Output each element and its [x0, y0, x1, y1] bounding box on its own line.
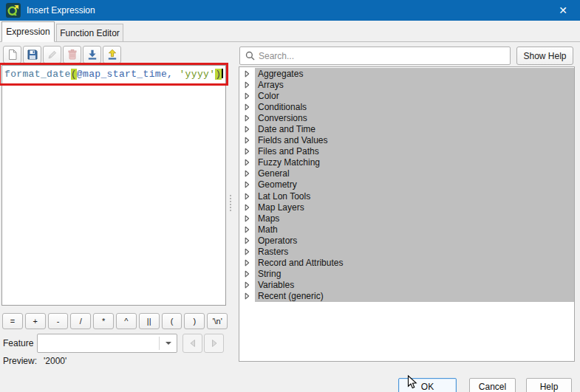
function-group-row[interactable]: Variables — [239, 280, 574, 291]
expression-token: , — [167, 69, 179, 80]
preview-label: Preview: — [3, 356, 37, 366]
function-group-row[interactable]: Files and Paths — [239, 146, 574, 157]
function-group-label: Files and Paths — [255, 146, 574, 157]
expression-editor[interactable]: format_date(@map_start_time, 'yyyy') — [1, 65, 226, 306]
function-group-row[interactable]: Fields and Values — [239, 135, 574, 146]
expand-arrow-icon[interactable] — [239, 258, 255, 269]
function-group-label: Date and Time — [255, 123, 574, 134]
function-group-label: Maps — [255, 213, 574, 224]
function-group-row[interactable]: Maps — [239, 213, 574, 224]
function-group-row[interactable]: Operators — [239, 235, 574, 246]
expand-arrow-icon[interactable] — [239, 190, 255, 202]
function-group-row[interactable]: String — [239, 269, 574, 280]
expression-toolbar — [3, 46, 121, 63]
function-group-row[interactable]: Aggregates — [239, 68, 574, 79]
tab-function-editor[interactable]: Function Editor — [56, 24, 123, 41]
operator-button[interactable]: + — [25, 313, 46, 329]
import-expression-button[interactable] — [83, 46, 101, 63]
expand-arrow-icon[interactable] — [239, 202, 255, 213]
cancel-button[interactable]: Cancel — [469, 378, 516, 392]
function-group-row[interactable]: Fuzzy Matching — [239, 157, 574, 168]
expand-arrow-icon[interactable] — [239, 101, 255, 112]
function-group-row[interactable]: Record and Attributes — [239, 258, 574, 269]
titlebar: Insert Expression ✕ — [0, 0, 580, 21]
operator-button[interactable]: '\n' — [207, 313, 228, 329]
previous-feature-button — [182, 334, 202, 353]
expand-arrow-icon[interactable] — [239, 135, 255, 146]
expand-arrow-icon[interactable] — [239, 269, 255, 280]
function-group-label: Arrays — [255, 79, 574, 90]
expand-arrow-icon[interactable] — [239, 247, 255, 258]
function-group-label: Lat Lon Tools — [255, 190, 574, 202]
expand-arrow-icon[interactable] — [239, 157, 255, 168]
function-group-row[interactable]: Conditionals — [239, 101, 574, 112]
insert-expression-dialog: Insert Expression ✕ Expression Function … — [0, 0, 580, 392]
expand-arrow-icon[interactable] — [239, 68, 255, 79]
operator-button[interactable]: ( — [162, 313, 182, 329]
close-button[interactable]: ✕ — [546, 0, 580, 21]
function-group-row[interactable]: Rasters — [239, 247, 574, 258]
function-tree: AggregatesArraysColorConditionalsConvers… — [239, 66, 575, 362]
operator-button[interactable]: = — [2, 313, 23, 329]
operator-button[interactable]: - — [48, 313, 69, 329]
function-group-row[interactable]: Color — [239, 90, 574, 101]
new-expression-button[interactable] — [3, 46, 21, 63]
operator-button[interactable]: / — [70, 313, 91, 329]
operator-button[interactable]: * — [93, 313, 114, 329]
operator-button[interactable]: ^ — [116, 313, 137, 329]
preview-row: Preview: '2000' — [3, 356, 66, 366]
arrow-left-icon — [188, 338, 198, 348]
operator-button[interactable]: ) — [184, 313, 205, 329]
function-group-row[interactable]: Math — [239, 224, 574, 235]
export-arrow-icon — [106, 49, 118, 61]
function-group-row[interactable]: Arrays — [239, 79, 574, 90]
export-expression-button[interactable] — [103, 46, 121, 63]
feature-combo-input[interactable] — [38, 334, 159, 352]
expand-arrow-icon[interactable] — [239, 235, 255, 246]
expand-arrow-icon[interactable] — [239, 123, 255, 134]
function-group-row[interactable]: Geometry — [239, 179, 574, 190]
qgis-logo-icon — [6, 3, 21, 18]
function-group-label: String — [255, 269, 574, 280]
function-group-row[interactable]: Conversions — [239, 112, 574, 123]
search-input[interactable] — [259, 47, 510, 64]
function-group-row[interactable]: General — [239, 168, 574, 179]
expand-arrow-icon[interactable] — [239, 112, 255, 123]
function-group-label: Geometry — [255, 179, 574, 190]
function-group-label: Conditionals — [255, 101, 574, 112]
splitter-handle[interactable] — [230, 195, 231, 211]
expand-arrow-icon[interactable] — [239, 90, 255, 101]
expand-arrow-icon[interactable] — [239, 224, 255, 235]
next-feature-button — [204, 334, 224, 353]
function-group-label: Math — [255, 224, 574, 235]
function-group-label: Fuzzy Matching — [255, 157, 574, 168]
show-help-button[interactable]: Show Help — [516, 47, 573, 65]
ok-button[interactable]: OK — [398, 378, 457, 392]
combo-dropdown-arrow-icon[interactable] — [159, 337, 177, 350]
function-group-row[interactable]: Map Layers — [239, 202, 574, 213]
expand-arrow-icon[interactable] — [239, 146, 255, 157]
save-expression-button[interactable] — [23, 46, 41, 63]
expand-arrow-icon[interactable] — [239, 213, 255, 224]
function-group-row[interactable]: Lat Lon Tools — [239, 190, 574, 202]
expand-arrow-icon[interactable] — [239, 179, 255, 190]
operator-button[interactable]: || — [139, 313, 160, 329]
save-icon — [27, 49, 38, 61]
search-box[interactable] — [239, 47, 511, 65]
function-group-label: Operators — [255, 235, 574, 246]
expand-arrow-icon[interactable] — [239, 291, 255, 302]
expand-arrow-icon[interactable] — [239, 79, 255, 90]
function-group-label: Aggregates — [255, 68, 574, 79]
help-button[interactable]: Help — [526, 378, 572, 392]
expand-arrow-icon[interactable] — [239, 168, 255, 179]
expression-token: format_date — [4, 69, 71, 80]
function-group-label: Fields and Values — [255, 135, 574, 146]
expand-arrow-icon[interactable] — [239, 280, 255, 291]
tab-expression[interactable]: Expression — [1, 21, 55, 42]
function-group-label: Rasters — [255, 247, 574, 258]
expression-token: @map_start_time — [77, 69, 167, 80]
function-group-row[interactable]: Date and Time — [239, 123, 574, 134]
feature-combobox[interactable] — [37, 334, 177, 353]
function-group-row[interactable]: Recent (generic) — [239, 291, 574, 302]
expression-token: ( — [71, 69, 77, 80]
